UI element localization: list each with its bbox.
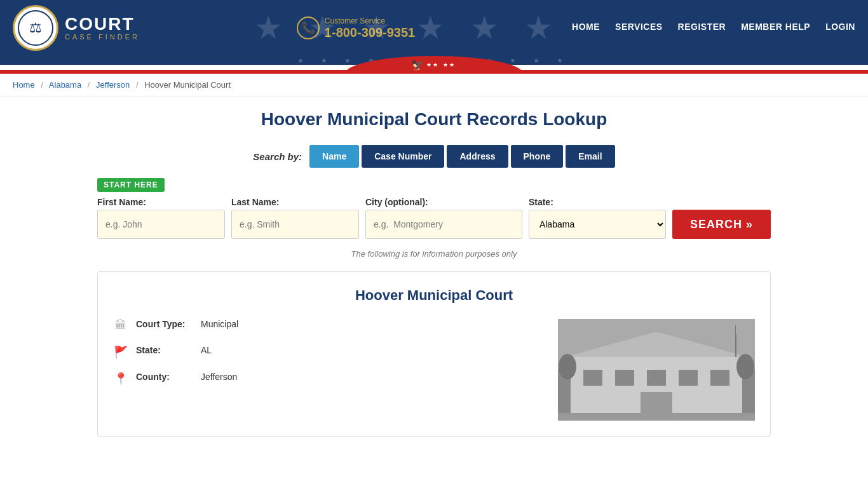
svg-rect-7: [679, 370, 698, 386]
form-row: First Name: Last Name: City (optional): …: [97, 197, 771, 239]
county-value: Jefferson: [201, 372, 237, 382]
phone-icon: 📞: [297, 17, 320, 39]
star-banner: ★ ★ ★ ★ ★ ★ ★ ★ ★ ★ ★ ★ 🦅 ★ ★ ★ ★: [0, 56, 868, 65]
breadcrumb-sep: /: [88, 80, 90, 90]
nav-register[interactable]: REGISTER: [678, 22, 726, 34]
tab-address[interactable]: Address: [447, 145, 508, 168]
flag-icon: 🚩: [113, 345, 128, 359]
logo-court-text: COURT: [65, 15, 140, 33]
gavel-icon: ⚖: [29, 20, 42, 36]
state-label: State:: [529, 197, 666, 207]
city-label: City (optional):: [365, 197, 522, 207]
info-details: 🏛 Court Type: Municipal 🚩 State: AL 📍 Co…: [113, 319, 545, 421]
county-label: County:: [136, 372, 193, 382]
logo-text: COURT CASE FINDER: [65, 15, 140, 41]
state-select[interactable]: Alabama Alaska Arizona Arkansas Californ…: [529, 210, 666, 239]
last-name-input[interactable]: [231, 210, 359, 239]
start-here-badge: START HERE: [97, 178, 165, 192]
county-row: 📍 County: Jefferson: [113, 372, 545, 386]
main-content: Hoover Municipal Court Records Lookup Se…: [85, 97, 783, 449]
logo-area: ⚖ COURT CASE FINDER: [13, 5, 140, 51]
cs-info: Customer Service 1-800-309-9351: [325, 17, 415, 40]
state-info-value: AL: [201, 345, 212, 355]
tab-email[interactable]: Email: [566, 145, 614, 168]
search-button[interactable]: SEARCH »: [672, 210, 771, 239]
breadcrumb: Home / Alabama / Jefferson / Hoover Muni…: [0, 74, 868, 97]
star-decoration: ★: [416, 10, 445, 46]
first-name-input[interactable]: [97, 210, 225, 239]
last-name-label: Last Name:: [231, 197, 359, 207]
first-name-group: First Name:: [97, 197, 225, 239]
state-info-label: State:: [136, 345, 193, 355]
svg-rect-9: [641, 392, 672, 414]
svg-rect-5: [615, 370, 634, 386]
breadcrumb-jefferson[interactable]: Jefferson: [96, 80, 130, 90]
court-type-row: 🏛 Court Type: Municipal: [113, 319, 545, 332]
building-icon: 🏛: [113, 319, 128, 332]
wave-stars: ★ ★ ★ ★: [426, 62, 455, 68]
tab-name[interactable]: Name: [309, 145, 359, 168]
header: ★ ★ ★ ★ ★ ★ ⚖ COURT CASE FINDER 📞 Custom…: [0, 0, 868, 56]
nav-member-help[interactable]: MEMBER HELP: [741, 22, 810, 34]
star-decoration: ★: [524, 10, 553, 46]
info-card-title: Hoover Municipal Court: [113, 287, 755, 304]
last-name-group: Last Name:: [231, 197, 359, 239]
state-group: State: Alabama Alaska Arizona Arkansas C…: [529, 197, 666, 239]
state-row: 🚩 State: AL: [113, 345, 545, 359]
first-name-label: First Name:: [97, 197, 225, 207]
svg-rect-4: [583, 370, 602, 386]
page-title: Hoover Municipal Court Records Lookup: [97, 109, 771, 130]
search-by-label: Search by:: [253, 151, 302, 162]
breadcrumb-sep: /: [136, 80, 139, 90]
eagle-icon: 🦅: [411, 59, 424, 71]
tab-phone[interactable]: Phone: [511, 145, 564, 168]
svg-rect-6: [647, 370, 666, 386]
star-decoration: ★: [254, 10, 283, 46]
svg-rect-11: [736, 325, 749, 334]
breadcrumb-current: Hoover Municipal Court: [144, 80, 231, 90]
nav-menu: HOME SERVICES REGISTER MEMBER HELP LOGIN: [572, 22, 855, 34]
cs-label: Customer Service: [325, 17, 415, 25]
info-card-body: 🏛 Court Type: Municipal 🚩 State: AL 📍 Co…: [113, 319, 755, 421]
info-card: Hoover Municipal Court 🏛 Court Type: Mun…: [97, 271, 771, 437]
logo-case-finder-text: CASE FINDER: [65, 33, 140, 41]
court-building-image: [558, 319, 755, 421]
breadcrumb-home[interactable]: Home: [13, 80, 35, 90]
disclaimer-text: The following is for information purpose…: [97, 249, 771, 259]
city-input[interactable]: [365, 210, 522, 239]
court-type-value: Municipal: [201, 319, 238, 329]
logo-circle: ⚖: [13, 5, 58, 51]
search-form-area: START HERE First Name: Last Name: City (…: [97, 178, 771, 239]
search-by-row: Search by: Name Case Number Address Phon…: [97, 145, 771, 168]
breadcrumb-sep: /: [41, 80, 43, 90]
logo-inner: ⚖: [18, 10, 53, 46]
star-decoration: ★: [470, 10, 499, 46]
customer-service: 📞 Customer Service 1-800-309-9351: [297, 17, 415, 40]
city-group: City (optional):: [365, 197, 522, 239]
svg-point-12: [559, 354, 576, 379]
tab-case-number[interactable]: Case Number: [362, 145, 444, 168]
nav-login[interactable]: LOGIN: [825, 22, 855, 34]
nav-home[interactable]: HOME: [572, 22, 600, 34]
court-type-label: Court Type:: [136, 319, 193, 329]
breadcrumb-alabama[interactable]: Alabama: [49, 80, 81, 90]
cs-phone: 1-800-309-9351: [325, 25, 415, 40]
svg-point-13: [736, 354, 754, 379]
svg-rect-14: [558, 413, 755, 421]
nav-services[interactable]: SERVICES: [615, 22, 663, 34]
svg-rect-8: [710, 370, 729, 386]
location-icon: 📍: [113, 372, 128, 386]
